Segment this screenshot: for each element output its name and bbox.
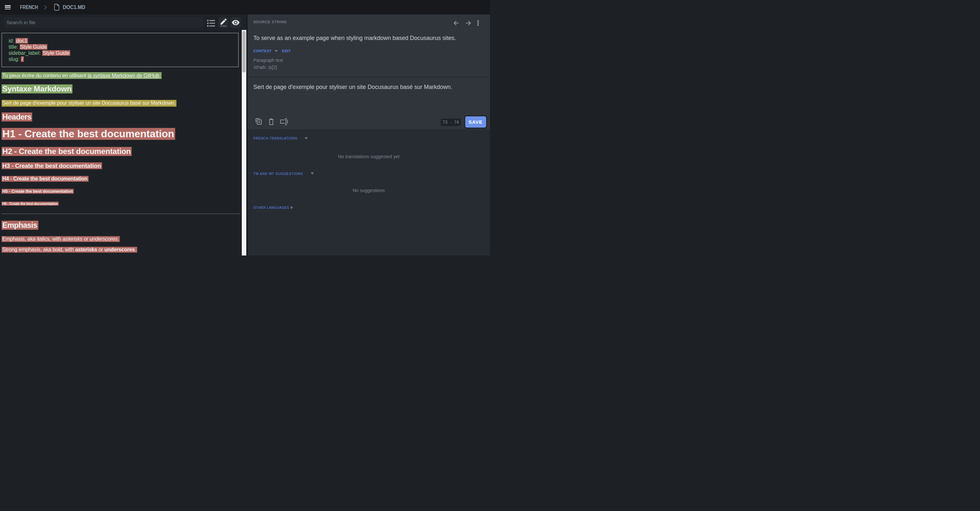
svg-text:M: M	[56, 7, 57, 9]
svg-text:↓: ↓	[57, 7, 57, 9]
